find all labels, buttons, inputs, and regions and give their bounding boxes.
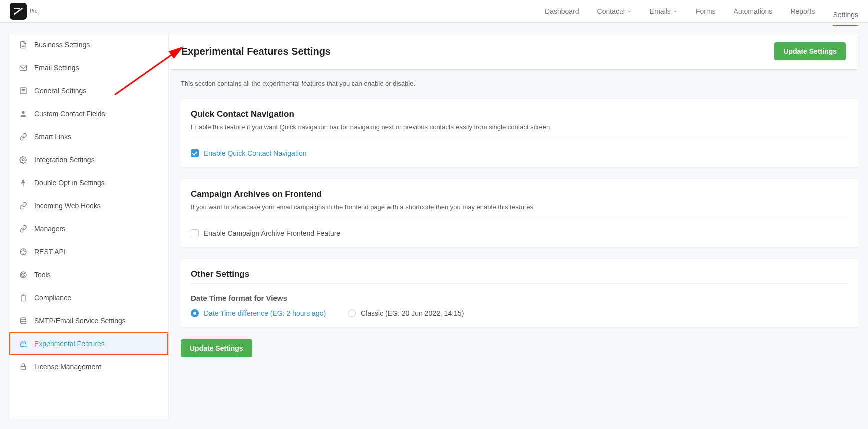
nav-contacts[interactable]: Contacts <box>597 0 632 22</box>
sidebar-item-label: Incoming Web Hooks <box>34 202 101 210</box>
page-title: Experimental Features Settings <box>181 46 331 57</box>
target-icon <box>19 271 27 279</box>
sidebar-item-managers[interactable]: Managers <box>9 217 168 240</box>
logo-area: Pro <box>10 3 38 20</box>
sidebar-item-compliance[interactable]: Compliance <box>9 286 168 309</box>
checkbox-label: Enable Quick Contact Navigation <box>204 149 306 157</box>
sidebar-item-label: Compliance <box>34 294 71 302</box>
clipboard-icon <box>19 294 27 302</box>
pro-badge: Pro <box>30 8 38 14</box>
other-settings-card: Other Settings Date Time format for View… <box>181 259 858 327</box>
svg-point-16 <box>21 318 26 320</box>
nav-settings[interactable]: Settings <box>833 4 858 26</box>
sidebar-item-label: Smart Links <box>34 133 71 141</box>
svg-rect-14 <box>21 295 25 301</box>
enable-quick-nav-checkbox[interactable]: Enable Quick Contact Navigation <box>191 149 848 157</box>
radio-label: Classic (EG: 20 Jun 2022, 14:15) <box>361 309 464 317</box>
checkbox-label: Enable Campaign Archive Frontend Feature <box>204 229 340 237</box>
update-settings-button-top[interactable]: Update Settings <box>774 42 846 60</box>
nav-label: Reports <box>790 7 815 15</box>
nav-label: Forms <box>696 7 716 15</box>
nav-label: Dashboard <box>545 7 579 15</box>
datetime-format-label: Date Time format for Views <box>191 294 848 302</box>
top-nav: DashboardContactsEmailsFormsAutomationsR… <box>545 0 858 22</box>
radio-icon <box>348 309 356 317</box>
main-content: Experimental Features Settings Update Se… <box>169 33 858 419</box>
api-icon <box>19 248 27 256</box>
sidebar-item-label: Managers <box>34 225 65 233</box>
nav-reports[interactable]: Reports <box>790 0 815 22</box>
nav-dashboard[interactable]: Dashboard <box>545 0 579 22</box>
nav-forms[interactable]: Forms <box>696 0 716 22</box>
sidebar-item-label: Custom Contact Fields <box>34 110 105 118</box>
svg-rect-17 <box>21 366 25 370</box>
stack-icon <box>19 317 27 325</box>
sidebar-item-label: Tools <box>34 271 51 279</box>
ship-icon <box>19 340 27 348</box>
sidebar-item-label: Integration Settings <box>34 156 95 164</box>
sidebar-item-general-settings[interactable]: General Settings <box>9 79 168 102</box>
nav-automations[interactable]: Automations <box>734 0 773 22</box>
sidebar-item-label: Experimental Features <box>34 340 105 348</box>
sidebar-item-smart-links[interactable]: Smart Links <box>9 125 168 148</box>
svg-rect-15 <box>22 294 24 296</box>
sidebar-item-label: Double Opt-in Settings <box>34 179 105 187</box>
card-title: Other Settings <box>191 269 848 279</box>
nav-label: Settings <box>833 11 858 19</box>
checkbox-icon <box>191 149 199 157</box>
pushpin-icon <box>19 179 27 187</box>
enable-campaign-archive-checkbox[interactable]: Enable Campaign Archive Frontend Feature <box>191 229 848 237</box>
link-icon <box>19 202 27 210</box>
svg-point-13 <box>23 274 23 275</box>
sidebar-item-license-management[interactable]: License Management <box>9 355 168 378</box>
svg-point-8 <box>22 159 24 161</box>
nav-emails[interactable]: Emails <box>650 0 678 22</box>
settings-sidebar: Business SettingsEmail SettingsGeneral S… <box>9 33 169 419</box>
nav-label: Automations <box>734 7 773 15</box>
sidebar-item-custom-contact-fields[interactable]: Custom Contact Fields <box>9 102 168 125</box>
person-icon <box>19 110 27 118</box>
radio-label: Date Time difference (EG: 2 hours ago) <box>204 309 326 317</box>
sidebar-item-email-settings[interactable]: Email Settings <box>9 56 168 79</box>
sidebar-item-smtp-email-service-settings[interactable]: SMTP/Email Service Settings <box>9 309 168 332</box>
link-icon <box>19 225 27 233</box>
sidebar-item-tools[interactable]: Tools <box>9 263 168 286</box>
card-title: Campaign Archives on Frontend <box>191 189 848 199</box>
app-logo[interactable] <box>10 3 27 20</box>
svg-rect-2 <box>20 65 26 71</box>
sidebar-item-label: Business Settings <box>34 41 90 49</box>
checkbox-icon <box>191 229 199 237</box>
sidebar-item-business-settings[interactable]: Business Settings <box>9 33 168 56</box>
sidebar-item-incoming-web-hooks[interactable]: Incoming Web Hooks <box>9 194 168 217</box>
sidebar-item-integration-settings[interactable]: Integration Settings <box>9 148 168 171</box>
nav-label: Contacts <box>597 7 625 15</box>
nav-label: Emails <box>650 7 671 15</box>
intro-text: This section contains all the experiment… <box>181 80 858 87</box>
sidebar-item-experimental-features[interactable]: Experimental Features <box>9 332 168 355</box>
campaign-archive-card: Campaign Archives on Frontend If you wan… <box>181 179 858 247</box>
link-icon <box>19 133 27 141</box>
chevron-down-icon <box>673 9 678 14</box>
card-description: Enable this feature if you want Quick na… <box>191 123 848 131</box>
quick-nav-card: Quick Contact Navigation Enable this fea… <box>181 99 858 167</box>
lock-icon <box>19 363 27 371</box>
datetime-classic-radio[interactable]: Classic (EG: 20 Jun 2022, 14:15) <box>348 309 464 317</box>
card-description: If you want to showcase your email campa… <box>191 203 848 211</box>
gear-icon <box>19 156 27 164</box>
mail-icon <box>19 64 27 72</box>
sidebar-item-label: License Management <box>34 363 101 371</box>
svg-point-7 <box>22 111 24 114</box>
top-header: Pro DashboardContactsEmailsFormsAutomati… <box>0 0 868 23</box>
chevron-down-icon <box>627 9 632 14</box>
sidebar-item-rest-api[interactable]: REST API <box>9 240 168 263</box>
sidebar-item-label: REST API <box>34 248 66 256</box>
datetime-diff-radio[interactable]: Date Time difference (EG: 2 hours ago) <box>191 309 326 317</box>
sidebar-item-label: SMTP/Email Service Settings <box>34 317 126 325</box>
card-title: Quick Contact Navigation <box>191 109 848 119</box>
update-settings-button-bottom[interactable]: Update Settings <box>181 339 252 357</box>
sidebar-item-double-opt-in-settings[interactable]: Double Opt-in Settings <box>9 171 168 194</box>
document-icon <box>19 41 27 49</box>
list-icon <box>19 87 27 95</box>
sidebar-item-label: General Settings <box>34 87 86 95</box>
sidebar-item-label: Email Settings <box>34 64 79 72</box>
